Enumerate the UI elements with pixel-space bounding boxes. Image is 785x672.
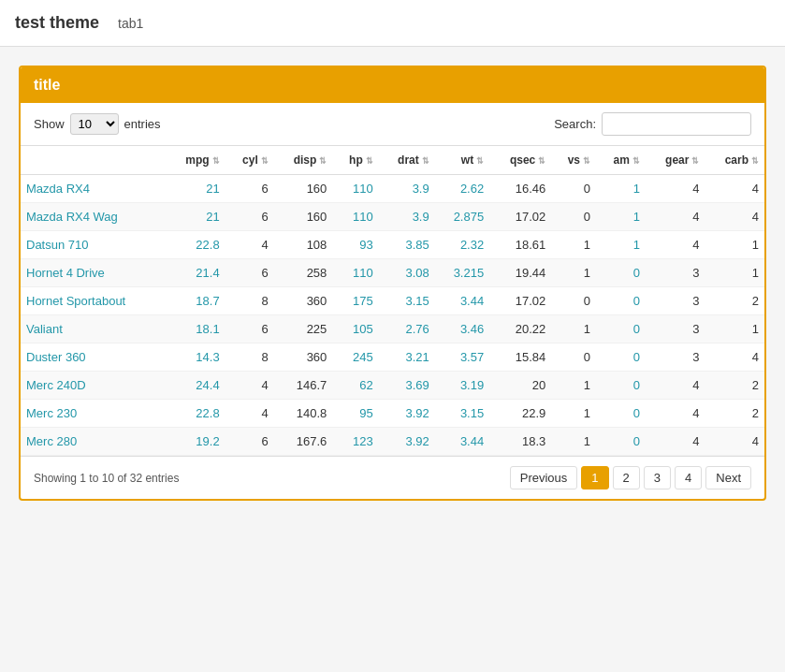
cell-drat: 3.69 bbox=[379, 372, 435, 400]
cell-qsec: 20.22 bbox=[489, 315, 551, 343]
cell-am: 0 bbox=[596, 259, 646, 287]
table-row: Valiant18.162251052.763.4620.221031 bbox=[21, 315, 764, 343]
cell-name: Hornet Sportabout bbox=[21, 287, 166, 315]
sort-icon: ⇅ bbox=[691, 156, 699, 166]
cell-am: 0 bbox=[596, 287, 646, 315]
cell-mpg: 24.4 bbox=[166, 372, 225, 400]
cell-wt: 3.46 bbox=[435, 315, 489, 343]
table-row: Merc 23022.84140.8953.923.1522.91042 bbox=[21, 400, 764, 428]
sort-icon: ⇅ bbox=[366, 156, 373, 166]
cell-gear: 3 bbox=[646, 287, 705, 315]
cell-name: Hornet 4 Drive bbox=[21, 259, 166, 287]
cell-wt: 3.44 bbox=[435, 287, 489, 315]
sort-icon: ⇅ bbox=[422, 156, 429, 166]
cell-vs: 1 bbox=[551, 231, 596, 259]
show-label: Show bbox=[34, 117, 65, 131]
page-button-1[interactable]: 1 bbox=[581, 466, 608, 489]
cell-drat: 3.9 bbox=[379, 203, 435, 231]
cell-vs: 0 bbox=[551, 203, 596, 231]
cell-disp: 167.6 bbox=[274, 428, 333, 456]
entries-label: entries bbox=[124, 117, 161, 131]
sort-icon: ⇅ bbox=[632, 156, 640, 166]
cell-hp: 93 bbox=[332, 231, 378, 259]
cell-gear: 4 bbox=[646, 231, 705, 259]
cell-hp: 245 bbox=[332, 343, 378, 372]
sort-icon: ⇅ bbox=[583, 156, 590, 166]
sort-icon: ⇅ bbox=[319, 156, 327, 166]
cell-gear: 4 bbox=[646, 428, 705, 456]
col-header-am[interactable]: am⇅ bbox=[596, 146, 646, 175]
cell-gear: 4 bbox=[646, 372, 705, 400]
table-widget: title Show 102550100 entries Search: mpg… bbox=[19, 66, 766, 501]
page-button-2[interactable]: 2 bbox=[613, 466, 640, 489]
col-header-cyl[interactable]: cyl⇅ bbox=[225, 146, 274, 175]
cell-disp: 108 bbox=[274, 231, 333, 259]
cell-disp: 360 bbox=[274, 287, 333, 315]
table-controls: Show 102550100 entries Search: bbox=[21, 103, 764, 145]
cell-cyl: 6 bbox=[225, 175, 274, 203]
cell-carb: 4 bbox=[705, 175, 764, 203]
col-header-drat[interactable]: drat⇅ bbox=[379, 146, 435, 175]
previous-button[interactable]: Previous bbox=[510, 466, 578, 489]
cell-wt: 2.32 bbox=[435, 231, 489, 259]
cell-drat: 2.76 bbox=[379, 315, 435, 343]
cell-name: Merc 280 bbox=[21, 428, 166, 456]
tab1-label[interactable]: tab1 bbox=[118, 16, 143, 31]
cell-carb: 2 bbox=[705, 287, 764, 315]
page-button-4[interactable]: 4 bbox=[675, 466, 702, 489]
app-title: test theme bbox=[15, 13, 99, 33]
cell-vs: 1 bbox=[551, 428, 596, 456]
cell-carb: 2 bbox=[705, 372, 764, 400]
cell-drat: 3.92 bbox=[379, 428, 435, 456]
cell-wt: 3.215 bbox=[435, 259, 489, 287]
cell-hp: 105 bbox=[332, 315, 378, 343]
col-header-wt[interactable]: wt⇅ bbox=[435, 146, 489, 175]
search-label: Search: bbox=[554, 117, 596, 131]
cell-carb: 1 bbox=[705, 315, 764, 343]
cell-wt: 2.875 bbox=[435, 203, 489, 231]
col-header-mpg[interactable]: mpg⇅ bbox=[166, 146, 225, 175]
col-header-gear[interactable]: gear⇅ bbox=[646, 146, 705, 175]
cell-mpg: 21 bbox=[166, 203, 225, 231]
cell-hp: 175 bbox=[332, 287, 378, 315]
cell-vs: 1 bbox=[551, 400, 596, 428]
main-content: title Show 102550100 entries Search: mpg… bbox=[0, 47, 785, 519]
col-header-carb[interactable]: carb⇅ bbox=[705, 146, 764, 175]
search-input[interactable] bbox=[602, 112, 751, 136]
cell-cyl: 6 bbox=[225, 315, 274, 343]
entries-select[interactable]: 102550100 bbox=[70, 113, 119, 135]
cell-mpg: 22.8 bbox=[166, 231, 225, 259]
next-button[interactable]: Next bbox=[705, 466, 751, 489]
cell-vs: 1 bbox=[551, 372, 596, 400]
col-header-disp[interactable]: disp⇅ bbox=[274, 146, 333, 175]
cell-name: Merc 240D bbox=[21, 372, 166, 400]
cell-mpg: 19.2 bbox=[166, 428, 225, 456]
col-header-vs[interactable]: vs⇅ bbox=[551, 146, 596, 175]
cell-vs: 0 bbox=[551, 175, 596, 203]
cell-qsec: 17.02 bbox=[489, 287, 551, 315]
show-entries-control: Show 102550100 entries bbox=[34, 113, 161, 135]
cell-am: 0 bbox=[596, 372, 646, 400]
cell-drat: 3.21 bbox=[379, 343, 435, 372]
cell-disp: 258 bbox=[274, 259, 333, 287]
sort-icon: ⇅ bbox=[538, 156, 545, 166]
cell-carb: 4 bbox=[705, 203, 764, 231]
cell-cyl: 6 bbox=[225, 203, 274, 231]
cell-hp: 110 bbox=[332, 259, 378, 287]
page-button-3[interactable]: 3 bbox=[644, 466, 671, 489]
col-header-hp[interactable]: hp⇅ bbox=[332, 146, 378, 175]
app-header: test theme tab1 bbox=[0, 0, 785, 47]
cell-drat: 3.08 bbox=[379, 259, 435, 287]
cell-disp: 360 bbox=[274, 343, 333, 372]
col-header-name[interactable] bbox=[21, 146, 166, 175]
cell-carb: 4 bbox=[705, 428, 764, 456]
table-row: Hornet Sportabout18.783601753.153.4417.0… bbox=[21, 287, 764, 315]
cell-hp: 110 bbox=[332, 203, 378, 231]
cell-am: 0 bbox=[596, 428, 646, 456]
cell-drat: 3.15 bbox=[379, 287, 435, 315]
widget-title: title bbox=[21, 67, 764, 103]
col-header-qsec[interactable]: qsec⇅ bbox=[489, 146, 551, 175]
cell-disp: 160 bbox=[274, 175, 333, 203]
cell-cyl: 4 bbox=[225, 231, 274, 259]
cell-vs: 0 bbox=[551, 343, 596, 372]
